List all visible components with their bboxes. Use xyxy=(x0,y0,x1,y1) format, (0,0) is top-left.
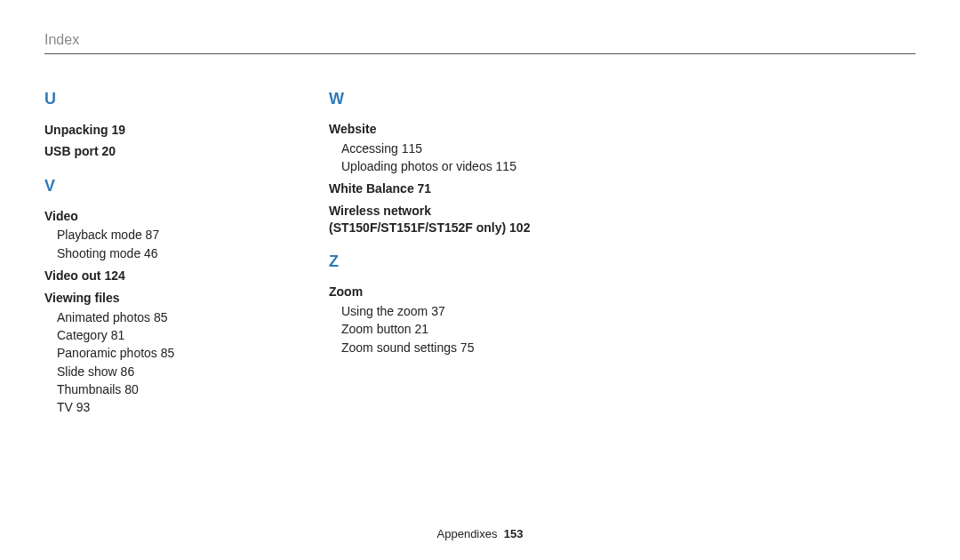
index-columns: U Unpacking 19 USB port 20 V Video Playb… xyxy=(44,90,916,422)
entry-video: Video xyxy=(44,208,249,225)
sub-entry: Uploading photos or videos 115 xyxy=(341,157,533,175)
sub-entry: Zoom button 21 xyxy=(341,320,533,338)
footer-section: Appendixes xyxy=(437,527,498,540)
sub-entry: Using the zoom 37 xyxy=(341,302,533,320)
footer-page-number: 153 xyxy=(504,527,524,540)
index-letter-v: V xyxy=(44,177,249,196)
zoom-sublist: Using the zoom 37 Zoom button 21 Zoom so… xyxy=(329,302,533,356)
sub-entry: TV 93 xyxy=(57,398,249,416)
entry-usbport: USB port 20 xyxy=(44,142,249,160)
sub-entry: Slide show 86 xyxy=(57,363,249,380)
column-2: W Website Accessing 115 Uploading photos… xyxy=(329,90,533,422)
sub-entry: Zoom sound settings 75 xyxy=(341,339,533,356)
sub-entry: Panoramic photos 85 xyxy=(57,344,249,362)
index-letter-z: Z xyxy=(329,252,533,271)
sub-entry: Thumbnails 80 xyxy=(57,380,249,398)
sub-entry: Playback mode 87 xyxy=(57,226,249,244)
page-footer: Appendixes 153 xyxy=(0,527,960,540)
entry-unpacking: Unpacking 19 xyxy=(44,121,249,139)
video-sublist: Playback mode 87 Shooting mode 46 xyxy=(44,226,249,262)
entry-zoom: Zoom xyxy=(329,284,533,300)
sub-entry: Category 81 xyxy=(57,326,249,344)
entry-videoout: Video out 124 xyxy=(44,268,249,284)
entry-website: Website xyxy=(329,121,533,138)
viewing-sublist: Animated photos 85 Category 81 Panoramic… xyxy=(44,308,249,417)
sub-entry: Accessing 115 xyxy=(341,140,533,157)
column-1: U Unpacking 19 USB port 20 V Video Playb… xyxy=(44,90,249,422)
header-title: Index xyxy=(44,32,916,48)
website-sublist: Accessing 115 Uploading photos or videos… xyxy=(329,140,533,176)
entry-whitebalance: White Balance 71 xyxy=(329,180,533,197)
page-header: Index xyxy=(44,32,916,54)
sub-entry: Shooting mode 46 xyxy=(57,244,249,262)
index-letter-u: U xyxy=(44,90,249,108)
entry-viewingfiles: Viewing files xyxy=(44,290,249,307)
entry-wireless: Wireless network (ST150F/ST151F/ST152F o… xyxy=(329,203,533,236)
index-letter-w: W xyxy=(329,90,533,108)
sub-entry: Animated photos 85 xyxy=(57,308,249,326)
